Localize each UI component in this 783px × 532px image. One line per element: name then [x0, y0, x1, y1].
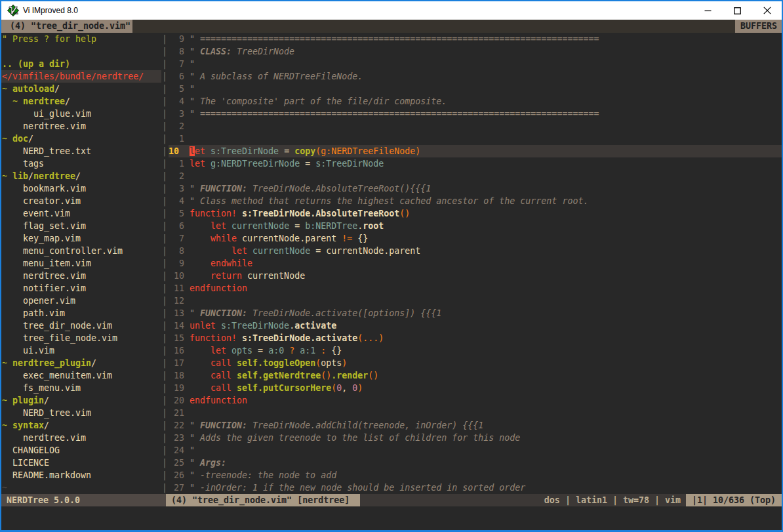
code-line[interactable]: 8" CLASS: TreeDirNode	[1, 45, 782, 58]
titlebar[interactable]: im Vi IMproved 8.0	[1, 1, 782, 20]
maximize-button[interactable]	[723, 1, 752, 20]
code-line[interactable]: 4" The 'composite' part of the file/dir …	[1, 95, 782, 108]
code-text: let g:NERDTreeDirNode = s:TreeDirNode	[190, 157, 384, 170]
code-text: " FUNCTION: TreeDirNode.activate([option…	[190, 307, 441, 319]
relative-line-number: 3	[169, 182, 184, 195]
code-line[interactable]: 2	[1, 120, 782, 133]
code-line[interactable]: 15function! s:TreeDirNode.activate(...)	[1, 332, 782, 344]
code-line[interactable]: 18 call self.getNerdtree().render()	[1, 369, 782, 382]
relative-line-number: 13	[169, 307, 184, 319]
code-line[interactable]: 12	[1, 295, 782, 307]
code-line[interactable]: 13" FUNCTION: TreeDirNode.activate([opti…	[1, 307, 782, 319]
relative-line-number: 16	[169, 344, 184, 357]
relative-line-number: 7	[169, 58, 184, 70]
relative-line-number: 4	[169, 95, 184, 108]
statusline-nerdtree-version: NERDTree 5.0.0	[1, 494, 166, 506]
code-line[interactable]: 1	[1, 133, 782, 145]
code-line[interactable]: 6 let currentNode = b:NERDTree.root	[1, 220, 782, 232]
code-text: return currentNode	[190, 270, 305, 282]
code-line[interactable]: 16 let opts = a:0 ? a:1 : {}	[1, 344, 782, 357]
code-line[interactable]: 3" =====================================…	[1, 108, 782, 120]
svg-text:im: im	[13, 10, 18, 16]
window-border-top	[0, 0, 783, 1]
code-line[interactable]: 9 endwhile	[1, 257, 782, 270]
relative-line-number: 15	[169, 332, 184, 344]
vim-logo-icon: im	[7, 5, 19, 16]
code-line[interactable]: 7 while currentNode.parent != {}	[1, 232, 782, 245]
code-text: " Adds the given treenode to the list of…	[190, 432, 520, 444]
relative-line-number: 1	[169, 133, 184, 145]
code-text: function! s:TreeDirNode.activate(...)	[190, 332, 384, 344]
code-line[interactable]: 24"	[1, 444, 782, 457]
tabline: (4) "tree_dir_node.vim" BUFFERS	[1, 20, 782, 33]
relative-line-number: 5	[169, 83, 184, 95]
code-text: " -treenode: the node to add	[190, 469, 336, 481]
statusline-file-info: dos | latin1 | tw=78 | vim	[360, 494, 686, 506]
statusline: NERDTree 5.0.0 (4) "tree_dir_node.vim" […	[1, 494, 782, 506]
code-line[interactable]: 10let s:TreeDirNode = copy(g:NERDTreeFil…	[1, 145, 782, 157]
code-line[interactable]: 23" Adds the given treenode to the list …	[1, 432, 782, 444]
relative-line-number: 22	[169, 419, 184, 432]
relative-line-number: 8	[169, 45, 184, 58]
code-text: endfunction	[190, 282, 247, 295]
code-text: " FUNCTION: TreeDirNode.AbsoluteTreeRoot…	[190, 182, 431, 195]
code-line[interactable]: 10 return currentNode	[1, 270, 782, 282]
code-line[interactable]: 26" -treenode: the node to add	[1, 469, 782, 481]
code-text: " -inOrder: 1 if the new node should be …	[190, 481, 525, 494]
code-line[interactable]: 5"	[1, 83, 782, 95]
tab-tree-dir-node[interactable]: (4) "tree_dir_node.vim"	[1, 20, 132, 33]
code-line[interactable]: 22" FUNCTION: TreeDirNode.addChild(treen…	[1, 419, 782, 432]
code-text: endfunction	[190, 394, 247, 407]
relative-line-number: 24	[169, 444, 184, 457]
code-text: function! s:TreeDirNode.AbsoluteTreeRoot…	[190, 207, 410, 220]
current-line-number: 10	[169, 145, 190, 157]
code-line[interactable]: 8 let currentNode = currentNode.parent	[1, 245, 782, 257]
code-text: let currentNode = currentNode.parent	[190, 245, 420, 257]
code-line[interactable]: 3" FUNCTION: TreeDirNode.AbsoluteTreeRoo…	[1, 182, 782, 195]
code-line[interactable]: 7"	[1, 58, 782, 70]
code-line[interactable]: 1let g:NERDTreeDirNode = s:TreeDirNode	[1, 157, 782, 170]
code-line[interactable]: 27" -inOrder: 1 if the new node should b…	[1, 481, 782, 494]
code-line[interactable]: 11endfunction	[1, 282, 782, 295]
code-text: call self.getNerdtree().render()	[190, 369, 378, 382]
relative-line-number: 11	[169, 282, 184, 295]
relative-line-number: 10	[169, 270, 184, 282]
relative-line-number: 20	[169, 394, 184, 407]
relative-line-number: 3	[169, 108, 184, 120]
close-icon	[763, 7, 771, 14]
window-border-left	[0, 0, 1, 532]
relative-line-number: 2	[169, 120, 184, 133]
code-text: call self.toggleOpen(opts)	[190, 357, 347, 369]
code-text: let s:TreeDirNode = copy(g:NERDTreeFileN…	[190, 145, 420, 157]
code-line[interactable]: 21	[1, 407, 782, 419]
code-text: while currentNode.parent != {}	[190, 232, 368, 245]
command-line[interactable]	[1, 506, 782, 530]
window-title: Vi IMproved 8.0	[23, 1, 78, 20]
relative-line-number: 12	[169, 295, 184, 307]
minimize-icon	[704, 7, 712, 14]
code-line[interactable]: 19 call self.putCursorHere(0, 0)	[1, 382, 782, 394]
code-line[interactable]: 25" Args:	[1, 457, 782, 469]
relative-line-number: 6	[169, 70, 184, 83]
code-text: unlet s:TreeDirNode.activate	[190, 319, 336, 332]
code-line[interactable]: 20endfunction	[1, 394, 782, 407]
code-text: " FUNCTION: TreeDirNode.addChild(treenod…	[190, 419, 483, 432]
buffers-label: BUFFERS	[735, 20, 782, 33]
code-text: let currentNode = b:NERDTree.root	[190, 220, 384, 232]
statusline-cursor-position: |1| 10/636 (Top)	[686, 494, 782, 506]
code-line[interactable]: 5function! s:TreeDirNode.AbsoluteTreeRoo…	[1, 207, 782, 220]
code-line[interactable]: 14unlet s:TreeDirNode.activate	[1, 319, 782, 332]
code-line[interactable]: 17 call self.toggleOpen(opts)	[1, 357, 782, 369]
code-line[interactable]: 9" =====================================…	[1, 33, 782, 45]
minimize-button[interactable]	[693, 1, 723, 20]
relative-line-number: 6	[169, 220, 184, 232]
relative-line-number: 19	[169, 382, 184, 394]
relative-line-number: 9	[169, 257, 184, 270]
code-line[interactable]: 6" A subclass of NERDTreeFileNode.	[1, 70, 782, 83]
code-text: " Args:	[190, 457, 226, 469]
close-button[interactable]	[752, 1, 782, 20]
code-line[interactable]: 2	[1, 170, 782, 182]
code-line[interactable]: 4" Class method that returns the highest…	[1, 195, 782, 207]
relative-line-number: 26	[169, 469, 184, 481]
code-text: endwhile	[190, 257, 252, 270]
